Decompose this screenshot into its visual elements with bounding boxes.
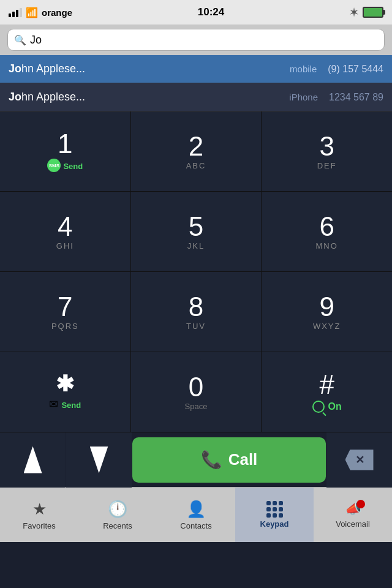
tab-contacts[interactable]: 👤 Contacts (157, 488, 235, 542)
tab-favorites-label: Favorites (23, 521, 55, 530)
search-icon: 🔍 (14, 34, 26, 46)
search-input[interactable] (30, 34, 378, 47)
carrier-name: orange (42, 7, 72, 18)
keypad: 1 SMS Send 2 ABC 3 DEF 4 GHI 5 JKL 6 MNO… (0, 111, 392, 432)
suggestion-number-2: 1234 567 89 (329, 92, 383, 103)
search-bar: 🔍 (0, 24, 392, 55)
phone-icon: 📞 (201, 450, 222, 470)
tab-voicemail-label: Voicemail (336, 519, 370, 529)
suggestion-row[interactable]: John Applese... iPhone 1234 567 89 (0, 83, 392, 111)
backspace-icon: ✕ (345, 450, 374, 470)
search-input-wrapper[interactable]: 🔍 (7, 29, 385, 51)
battery-indicator (363, 7, 383, 18)
suggestion-type-1: mobile (290, 64, 317, 74)
suggestion-row[interactable]: John Applese... mobile (9) 157 5444 (0, 55, 392, 83)
suggestion-name-1: John Applese... (9, 62, 290, 75)
key-6[interactable]: 6 MNO (262, 192, 392, 271)
clock-icon: 🕛 (108, 500, 127, 519)
tab-favorites[interactable]: ★ Favorites (0, 488, 78, 542)
up-arrow-button[interactable] (0, 432, 66, 488)
bluetooth-icon: ✶ (350, 7, 358, 18)
up-arrow-icon (24, 447, 42, 473)
status-time: 10:24 (198, 6, 224, 18)
key-1[interactable]: 1 SMS Send (0, 111, 130, 191)
voicemail-icon-wrapper: 📣 (345, 501, 361, 517)
tab-recents-label: Recents (103, 521, 132, 530)
voicemail-badge (356, 500, 365, 508)
action-bar: 📞 Call ✕ (0, 432, 392, 487)
key-hash[interactable]: # On (262, 352, 392, 432)
grid-icon (266, 501, 282, 517)
key-5[interactable]: 5 JKL (131, 192, 262, 271)
tab-keypad-label: Keypad (260, 519, 289, 529)
down-arrow-icon (90, 447, 108, 473)
key-4[interactable]: 4 GHI (0, 192, 130, 271)
suggestion-type-2: iPhone (289, 92, 318, 102)
signal-bars (9, 8, 22, 17)
suggestion-name-2: John Applese... (9, 91, 289, 104)
key-star[interactable]: ✱ ✉ Send (0, 352, 130, 432)
key-3[interactable]: 3 DEF (262, 111, 392, 191)
suggestions-list: John Applese... mobile (9) 157 5444 John… (0, 55, 392, 111)
status-bar: 📶 orange 10:24 ✶ (0, 0, 392, 24)
person-icon: 👤 (186, 500, 206, 519)
key-0[interactable]: 0 Space (131, 352, 262, 432)
key-7[interactable]: 7 PQRS (0, 272, 130, 352)
star-icon: ★ (32, 500, 47, 519)
wifi-icon: 📶 (26, 7, 38, 18)
suggestion-number-1: (9) 157 5444 (328, 64, 383, 75)
sms-icon: SMS (47, 159, 61, 172)
key-8[interactable]: 8 TUV (131, 272, 262, 352)
tab-voicemail[interactable]: 📣 Voicemail (314, 488, 392, 542)
tab-recents[interactable]: 🕛 Recents (78, 488, 157, 542)
tab-bar: ★ Favorites 🕛 Recents 👤 Contacts Keypad … (0, 487, 392, 542)
call-label: Call (228, 450, 258, 469)
down-arrow-button[interactable] (66, 432, 132, 488)
search-on-icon (312, 401, 325, 413)
backspace-button[interactable]: ✕ (326, 432, 392, 488)
tab-contacts-label: Contacts (180, 521, 211, 530)
key-2[interactable]: 2 ABC (131, 111, 262, 191)
call-button[interactable]: 📞 Call (132, 437, 326, 483)
key-9[interactable]: 9 WXYZ (262, 272, 392, 352)
tab-keypad[interactable]: Keypad (235, 488, 314, 542)
